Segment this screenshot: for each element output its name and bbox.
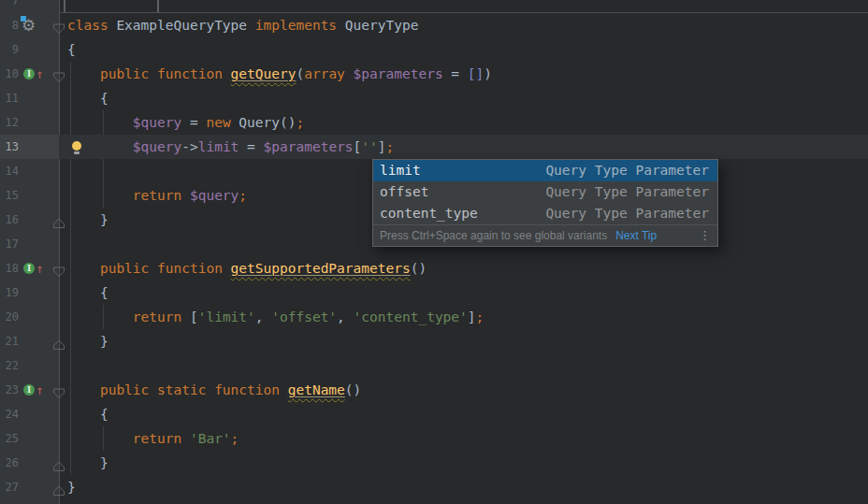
code-line-7[interactable]: 7 [0, 0, 868, 13]
completion-list: limitQuery Type ParameteroffsetQuery Typ… [373, 160, 717, 224]
code-text: public function getSupportedParameters() [67, 256, 427, 281]
code-text: $query = new Query(); [67, 110, 304, 135]
code-line-20[interactable]: 20 return ['limit', 'offset', 'content_t… [0, 305, 868, 329]
line-number: 17 [0, 232, 19, 256]
code-text: { [67, 86, 108, 110]
line-number: 14 [0, 159, 19, 183]
code-line-23[interactable]: 23I↑ public static function getName() [0, 378, 868, 402]
code-line-26[interactable]: 26 } [0, 451, 868, 475]
line-number: 15 [0, 183, 19, 208]
code-line-19[interactable]: 19 { [0, 281, 868, 305]
code-line-25[interactable]: 25 return 'Bar'; [0, 426, 868, 451]
code-line-10[interactable]: 10I↑ public function getQuery(array $par… [0, 62, 868, 86]
code-line-27[interactable]: 27} [0, 475, 868, 499]
code-line-18[interactable]: 18I↑ public function getSupportedParamet… [0, 256, 868, 281]
code-line-21[interactable]: 21 } [0, 329, 868, 353]
line-number: 23 [0, 378, 19, 402]
code-text: class ExampleQueryType implements QueryT… [67, 13, 418, 37]
line-number: 21 [0, 329, 19, 353]
code-text: $query->limit = $parameters['']; [67, 135, 394, 159]
code-line-22[interactable]: 22 [0, 353, 868, 378]
line-number: 26 [0, 451, 19, 475]
code-text: } [67, 451, 108, 475]
completion-item-name: limit [380, 160, 421, 181]
completion-hint-bar: Press Ctrl+Space again to see global var… [373, 224, 717, 246]
code-text: return 'Bar'; [67, 426, 239, 451]
next-tip-link[interactable]: Next Tip [615, 229, 657, 242]
gear-icon[interactable]: ⚙ [22, 13, 36, 37]
code-text: return ['limit', 'offset', 'content_type… [67, 305, 484, 329]
completion-item-offset[interactable]: offsetQuery Type Parameter [373, 181, 717, 203]
code-line-9[interactable]: 9{ [0, 37, 868, 62]
kebab-more-icon[interactable]: ⋮ [699, 225, 711, 246]
code-text: { [67, 37, 76, 62]
code-text: { [67, 281, 108, 305]
line-number: 10 [0, 62, 19, 86]
completion-item-type: Query Type Parameter [545, 203, 709, 224]
completion-item-content_type[interactable]: content_typeQuery Type Parameter [373, 203, 717, 224]
code-text: return $query; [67, 183, 247, 208]
implements-marker-icon[interactable]: I [23, 68, 35, 79]
line-number: 27 [0, 475, 19, 499]
line-number: 24 [0, 402, 19, 426]
line-number: 20 [0, 305, 19, 329]
ide-editor-window: 78⚙class ExampleQueryType implements Que… [0, 0, 868, 504]
completion-item-name: content_type [380, 203, 478, 224]
code-text: { [67, 402, 108, 426]
line-number: 18 [0, 256, 19, 281]
override-up-arrow-icon[interactable]: ↑ [36, 378, 43, 402]
line-number: 12 [0, 110, 19, 135]
override-up-arrow-icon[interactable]: ↑ [36, 62, 43, 86]
method-name: getName [288, 382, 345, 397]
code-text: } [67, 329, 108, 353]
completion-item-limit[interactable]: limitQuery Type Parameter [373, 160, 717, 181]
method-name: getSupportedParameters [231, 261, 411, 276]
line-number: 25 [0, 426, 19, 451]
code-text: public static function getName() [67, 378, 361, 402]
completion-item-type: Query Type Parameter [545, 181, 709, 203]
line-number: 8 [0, 13, 19, 37]
code-line-24[interactable]: 24 { [0, 402, 868, 426]
completion-popup: limitQuery Type ParameteroffsetQuery Typ… [372, 159, 718, 247]
code-text: public function getQuery(array $paramete… [67, 62, 492, 86]
fold-region-end-icon[interactable] [52, 481, 65, 504]
code-text: } [67, 208, 108, 232]
line-number: 16 [0, 208, 19, 232]
code-line-11[interactable]: 11 { [0, 86, 868, 110]
hint-text: Press Ctrl+Space again to see global var… [380, 229, 607, 242]
implements-marker-icon[interactable]: I [23, 384, 35, 396]
code-line-8[interactable]: 8⚙class ExampleQueryType implements Quer… [0, 13, 868, 37]
code-text: } [67, 475, 76, 499]
line-number: 9 [0, 37, 19, 62]
override-up-arrow-icon[interactable]: ↑ [36, 256, 43, 281]
line-number: 19 [0, 281, 19, 305]
method-name: getQuery [231, 66, 297, 81]
code-line-13[interactable]: 13 $query->limit = $parameters['']; [0, 135, 868, 159]
line-number: 13 [0, 135, 19, 159]
completion-item-name: offset [380, 181, 428, 203]
implements-marker-icon[interactable]: I [23, 263, 35, 274]
line-number: 22 [0, 353, 19, 378]
code-line-12[interactable]: 12 $query = new Query(); [0, 110, 868, 135]
line-number: 11 [0, 86, 19, 110]
completion-item-type: Query Type Parameter [545, 160, 709, 181]
line-number: 7 [0, 0, 19, 13]
